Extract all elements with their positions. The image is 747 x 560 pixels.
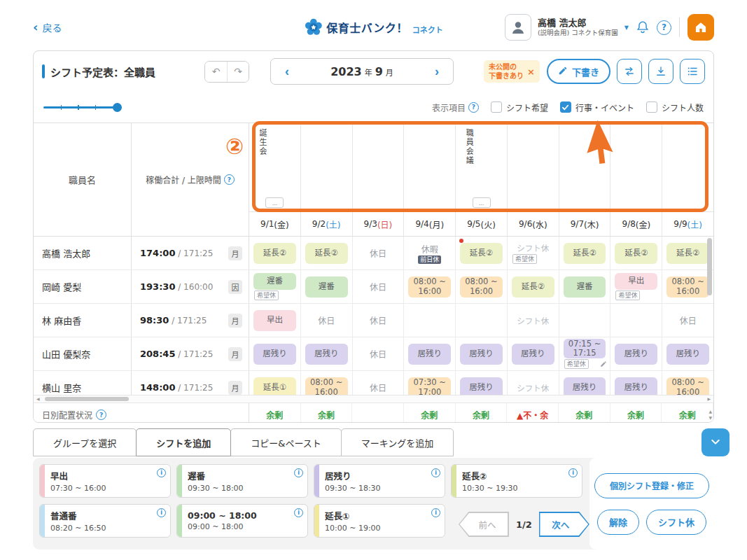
event-cell[interactable]: [353, 123, 404, 212]
scrollbar-thumb[interactable]: [45, 397, 129, 401]
checkbox-icon[interactable]: [646, 102, 657, 113]
caret-down-icon[interactable]: ▼: [624, 24, 629, 31]
redo-button[interactable]: ↷: [227, 62, 249, 82]
user-avatar-icon[interactable]: [505, 14, 531, 41]
palette-shift-card[interactable]: 遅番09:30 ~ 18:00i: [176, 464, 308, 498]
shift-cell[interactable]: 延長②: [508, 270, 559, 303]
shift-cell[interactable]: 延長①: [249, 371, 301, 395]
shift-cell[interactable]: シフト休: [508, 304, 559, 337]
shift-cell[interactable]: 休日: [353, 304, 405, 337]
zoom-slider[interactable]: [43, 102, 122, 112]
checkbox-checked-icon[interactable]: [560, 102, 571, 113]
shift-cell[interactable]: 遅番: [559, 270, 611, 303]
shift-cell[interactable]: 延長②: [249, 237, 301, 270]
horizontal-scrollbar[interactable]: ◀ ▶: [34, 395, 713, 402]
shift-cell[interactable]: 休日: [662, 304, 713, 337]
shift-cell[interactable]: 休日: [353, 337, 405, 370]
shift-cell[interactable]: 延長②: [662, 237, 713, 270]
shift-cell[interactable]: 07:30 ~ 17:00: [404, 371, 456, 395]
palette-shift-card[interactable]: 延長②10:30 ~ 19:30i: [451, 464, 582, 498]
slider-handle[interactable]: [113, 103, 122, 112]
shift-cell[interactable]: 休日: [301, 304, 353, 337]
tab-item[interactable]: コピー&ペースト: [230, 428, 342, 456]
shift-cell[interactable]: [559, 304, 611, 337]
shift-cell[interactable]: シフト休: [508, 371, 559, 395]
shift-cell[interactable]: 延長②: [559, 237, 611, 270]
shift-cell[interactable]: 08:00 ~ 16:00: [662, 371, 713, 395]
shift-cell[interactable]: 休暇前日休: [404, 237, 456, 270]
event-cell[interactable]: [404, 123, 455, 212]
tab-item[interactable]: グループを選択: [33, 428, 137, 456]
next-month-button[interactable]: ›: [421, 64, 453, 79]
shift-cell[interactable]: 居残り: [249, 337, 301, 370]
bell-icon[interactable]: [635, 20, 650, 35]
question-icon[interactable]: ?: [468, 102, 479, 113]
shift-cell[interactable]: 居残り: [456, 371, 508, 395]
collapse-panel-button[interactable]: [701, 428, 729, 456]
vertical-scrollbar[interactable]: [707, 238, 712, 392]
download-button[interactable]: [648, 59, 673, 84]
shift-cell[interactable]: 延長②: [610, 237, 662, 270]
event-more-button[interactable]: ...: [265, 197, 284, 208]
shift-cell[interactable]: 07:15 ~ 17:15希望休: [559, 337, 611, 370]
shift-cell[interactable]: 延長②: [456, 237, 508, 270]
question-icon[interactable]: ?: [96, 410, 106, 420]
info-icon[interactable]: i: [157, 508, 166, 517]
tab-active[interactable]: シフトを追加: [136, 428, 231, 456]
event-cell[interactable]: 職員会議...: [456, 123, 507, 212]
refresh-button[interactable]: [617, 59, 642, 84]
undo-button[interactable]: ↶: [205, 62, 227, 82]
palette-shift-card[interactable]: 早出07:30 ~ 16:00i: [39, 464, 171, 498]
clear-button[interactable]: 解除: [597, 510, 639, 535]
tab-item[interactable]: マーキングを追加: [341, 428, 454, 456]
back-button[interactable]: ‹ 戻る: [33, 20, 62, 34]
close-icon[interactable]: ×: [527, 66, 535, 77]
shift-cell[interactable]: 08:00 ~ 16:00: [301, 371, 353, 395]
shift-cell[interactable]: 居残り: [610, 337, 662, 370]
pager-next-button[interactable]: 次へ: [539, 512, 589, 537]
palette-shift-card[interactable]: 居残り09:30 ~ 18:30i: [314, 464, 445, 498]
shift-cell[interactable]: 居残り: [559, 371, 611, 395]
shift-cell[interactable]: 居残り: [610, 371, 662, 395]
palette-shift-card[interactable]: 延長①10:00 ~ 19:00i: [314, 504, 445, 538]
info-icon[interactable]: i: [568, 468, 578, 477]
draft-button[interactable]: 下書き: [547, 59, 610, 84]
event-more-button[interactable]: ...: [473, 197, 491, 208]
info-icon[interactable]: i: [294, 468, 303, 477]
filter-option[interactable]: 行事・イベント: [560, 102, 634, 113]
shift-cell[interactable]: [456, 304, 508, 337]
home-button[interactable]: [687, 14, 714, 41]
shift-cell[interactable]: [610, 304, 662, 337]
shift-off-button[interactable]: シフト休: [646, 510, 706, 535]
shift-cell[interactable]: 居残り: [662, 337, 713, 370]
scroll-right-icon[interactable]: ▶: [707, 396, 711, 401]
event-cell[interactable]: 誕生会...: [249, 123, 300, 212]
shift-cell[interactable]: 居残り: [404, 337, 456, 370]
shift-cell[interactable]: 08:00 ~ 16:00: [456, 270, 508, 303]
shift-cell[interactable]: 休日: [353, 237, 405, 270]
event-cell[interactable]: [508, 123, 559, 212]
help-icon[interactable]: ?: [657, 20, 671, 35]
shift-cell[interactable]: 早出: [249, 304, 301, 337]
palette-shift-card[interactable]: 09:00 ~ 18:0009:00 ~ 18:00i: [176, 504, 308, 538]
question-icon[interactable]: ?: [224, 174, 235, 185]
spin-down-icon[interactable]: ▼: [708, 416, 712, 420]
shift-cell[interactable]: [404, 304, 456, 337]
scroll-left-icon[interactable]: ◀: [36, 396, 40, 401]
shift-cell[interactable]: 08:00 ~ 16:00: [404, 270, 456, 303]
shift-cell[interactable]: 休日: [353, 371, 405, 395]
shift-cell[interactable]: シフト休希望休: [508, 237, 559, 270]
filter-option[interactable]: シフト希望: [491, 102, 548, 113]
checkbox-icon[interactable]: [491, 102, 502, 113]
prev-month-button[interactable]: ‹: [271, 64, 303, 79]
individual-shift-register-button[interactable]: 個別シフト登録・修正: [594, 473, 709, 498]
scrollbar-thumb[interactable]: [707, 238, 712, 295]
palette-shift-card[interactable]: 普通番08:20 ~ 16:50i: [39, 504, 171, 538]
info-icon[interactable]: i: [294, 508, 303, 517]
shift-cell[interactable]: 居残り: [508, 337, 559, 370]
shift-cell[interactable]: 居残り: [301, 337, 353, 370]
shift-cell[interactable]: 早出希望休: [610, 270, 662, 303]
shift-cell[interactable]: 延長②: [301, 237, 353, 270]
status-scroll-spinner[interactable]: ▲ ▼: [708, 403, 712, 423]
filter-option[interactable]: シフト人数: [646, 102, 704, 113]
